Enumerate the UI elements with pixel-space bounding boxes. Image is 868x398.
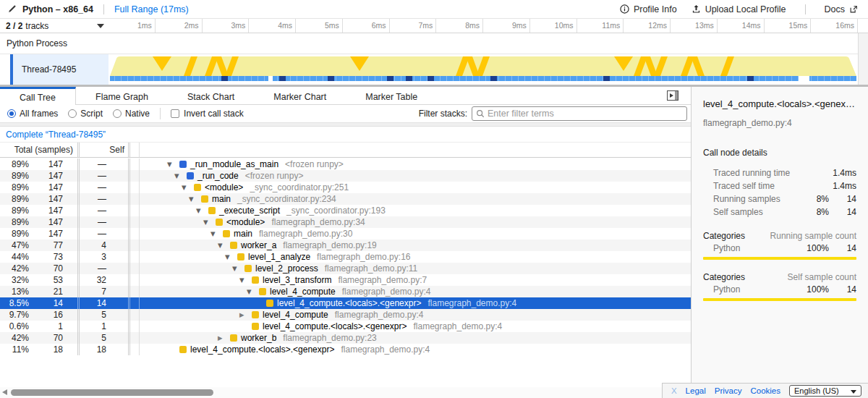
category-color-square: [208, 207, 216, 214]
table-row[interactable]: 89%147—▼_execute_script_sync_coordinator…: [0, 205, 691, 216]
vertical-scrollbar-gutter[interactable]: [858, 33, 868, 85]
function-name: main: [234, 229, 252, 239]
twisty-expanded-icon[interactable]: ▼: [189, 195, 201, 203]
table-row[interactable]: 89%147—▼<module>flamegraph_demo.py:34: [0, 216, 691, 228]
upload-profile-button[interactable]: Upload Local Profile: [692, 4, 786, 14]
twisty-collapsed-icon[interactable]: ▶: [218, 334, 230, 342]
twisty-expanded-icon[interactable]: ▼: [203, 219, 216, 226]
sidebar-detail-row: Traced running time1.4ms: [703, 166, 856, 179]
edit-pencil-icon[interactable]: [7, 4, 17, 14]
twisty-expanded-icon[interactable]: ▼: [225, 253, 237, 261]
table-row[interactable]: 0.6%11level_4_compute.<locals>.<genexpr>…: [0, 321, 691, 332]
twisty-expanded-icon[interactable]: ▼: [239, 276, 252, 284]
footer-link-privacy[interactable]: Privacy: [715, 386, 742, 395]
file-location: flamegraph_demo.py:4: [413, 321, 502, 331]
category-color-square: [216, 219, 223, 226]
twisty-expanded-icon[interactable]: ▼: [232, 265, 244, 272]
twisty-expanded-icon[interactable]: ▼: [196, 207, 208, 214]
table-row[interactable]: 89%147—▼mainflamegraph_demo.py:30: [0, 228, 691, 240]
twisty-expanded-icon[interactable]: ▼: [218, 242, 230, 249]
scroll-left-arrow[interactable]: [2, 389, 7, 395]
cell-tree: level_4_compute.<locals>.<genexpr>flameg…: [140, 297, 691, 309]
function-name: level_4_compute: [263, 310, 328, 320]
radio-label: Native: [125, 109, 150, 119]
function-name: <module>: [205, 182, 243, 192]
invert-call-stack-checkbox[interactable]: [171, 109, 179, 118]
full-range-link[interactable]: Full Range (17ms): [114, 4, 189, 14]
table-row[interactable]: 89%147—▼main_sync_coordinator.py:234: [0, 193, 691, 205]
sidebar-toggle-bar: [675, 91, 678, 100]
table-row[interactable]: 47%774▼worker_aflamegraph_demo.py:19: [0, 240, 691, 251]
cell-self: —: [80, 193, 130, 205]
function-name: level_2_process: [255, 263, 318, 274]
twisty-expanded-icon[interactable]: ▼: [247, 288, 259, 295]
radio-script[interactable]: Script: [68, 109, 103, 119]
column-header-self[interactable]: Self: [80, 143, 130, 157]
file-location: flamegraph_demo.py:34: [271, 217, 365, 227]
table-row[interactable]: 32%5332▼level_3_transformflamegraph_demo…: [0, 274, 691, 286]
twisty-expanded-icon[interactable]: ▼: [182, 184, 194, 191]
detail-value: 14: [829, 207, 856, 217]
table-row[interactable]: 8.5%1414level_4_compute.<locals>.<genexp…: [0, 297, 691, 309]
process-track-header[interactable]: Python Process: [0, 33, 858, 54]
thread-track-label[interactable]: Thread-78495: [13, 54, 109, 85]
footer-link-cookies[interactable]: Cookies: [750, 386, 780, 395]
total-percent: 32%: [0, 275, 29, 285]
language-select[interactable]: English (US): [789, 385, 861, 397]
twisty-collapsed-icon[interactable]: ▶: [239, 311, 252, 318]
breadcrumb-complete-thread[interactable]: Complete “Thread-78495”: [6, 130, 106, 140]
category-header-left: Categories: [703, 231, 770, 241]
call-node-sidebar: level_4_compute.<locals>.<genexpr> flame…: [691, 87, 868, 398]
thread-track[interactable]: Thread-78495: [0, 54, 858, 85]
search-input[interactable]: Enter filter terms: [472, 106, 687, 121]
table-row[interactable]: 11%1818level_4_compute.<locals>.<genexpr…: [0, 344, 691, 355]
cell-self: —: [80, 182, 130, 193]
locale-marker[interactable]: X: [671, 386, 677, 395]
twisty-expanded-icon[interactable]: ▼: [210, 230, 223, 237]
horizontal-scrollbar-thumb[interactable]: [11, 389, 213, 396]
thread-activity-graph[interactable]: [109, 54, 858, 85]
table-row[interactable]: 42%705▶worker_bflamegraph_demo.py:23: [0, 332, 691, 344]
docs-link[interactable]: Docs: [825, 4, 858, 14]
cell-total: 11%18: [0, 344, 80, 355]
cell-tree: ▼_run_module_as_main<frozen runpy>: [140, 158, 691, 170]
sidebar-toggle-button[interactable]: [667, 90, 678, 101]
category-header: CategoriesRunning sample count: [703, 231, 856, 241]
radio-all-frames[interactable]: All frames: [7, 109, 58, 119]
cell-icon: [130, 274, 140, 286]
file-location: flamegraph_demo.py:4: [341, 344, 430, 355]
total-percent: 0.6%: [0, 321, 29, 331]
table-row[interactable]: 42%70—▼level_2_processflamegraph_demo.py…: [0, 263, 691, 274]
cell-self: —: [80, 205, 130, 216]
tab-stack-chart[interactable]: Stack Chart: [168, 87, 254, 105]
column-header-total[interactable]: Total (samples): [0, 143, 80, 157]
radio-native[interactable]: Native: [113, 109, 150, 119]
total-samples: 53: [29, 275, 77, 285]
category-color-square: [259, 288, 266, 295]
table-row[interactable]: 89%147—▼_run_code<frozen runpy>: [0, 170, 691, 182]
table-row[interactable]: 89%147—▼_run_module_as_main<frozen runpy…: [0, 158, 691, 170]
tab-call-tree[interactable]: Call Tree: [0, 87, 76, 106]
function-name: _execute_script: [219, 206, 280, 216]
twisty-expanded-icon[interactable]: ▼: [174, 172, 187, 179]
category-color-square: [194, 184, 201, 191]
details-panel: Call TreeFlame GraphStack ChartMarker Ch…: [0, 87, 868, 398]
file-location: flamegraph_demo.py:30: [259, 229, 352, 239]
divider: [103, 4, 104, 14]
tab-flame-graph[interactable]: Flame Graph: [76, 87, 168, 105]
table-row[interactable]: 9.7%165▶level_4_computeflamegraph_demo.p…: [0, 309, 691, 321]
tracks-dropdown[interactable]: 2 / 2tracks: [0, 19, 109, 33]
sidebar-toggle-arrow-icon: [670, 93, 673, 98]
category-color-square: [230, 334, 237, 342]
profile-info-button[interactable]: Profile Info: [620, 4, 677, 14]
external-link-icon: [849, 5, 858, 14]
tab-marker-table[interactable]: Marker Table: [346, 87, 437, 105]
table-row[interactable]: 44%733▼level_1_analyzeflamegraph_demo.py…: [0, 251, 691, 263]
twisty-expanded-icon[interactable]: ▼: [167, 161, 179, 168]
sidebar-detail-row: Traced self time1.4ms: [703, 179, 856, 192]
tab-marker-chart[interactable]: Marker Chart: [254, 87, 346, 105]
table-row[interactable]: 13%217▼level_4_computeflamegraph_demo.py…: [0, 286, 691, 297]
table-row[interactable]: 89%147—▼<module>_sync_coordinator.py:251: [0, 182, 691, 193]
footer-link-legal[interactable]: Legal: [686, 386, 706, 395]
detail-label: Traced self time: [703, 181, 800, 191]
